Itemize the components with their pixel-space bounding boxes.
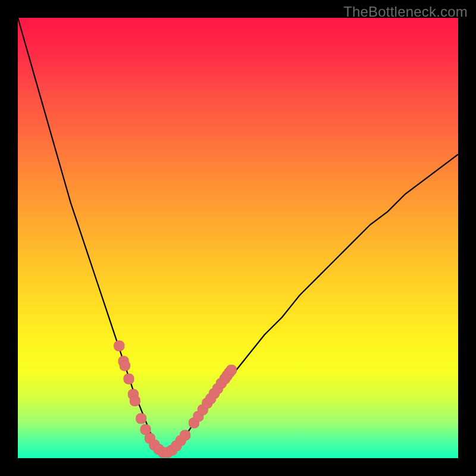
watermark-text: TheBottleneck.com: [343, 4, 468, 20]
curve-marker: [130, 396, 140, 406]
chart-svg: [18, 18, 458, 458]
curve-marker: [180, 430, 190, 440]
curve-marker: [114, 341, 124, 351]
plot-area: [18, 18, 458, 458]
curve-marker: [124, 374, 134, 384]
curve-marker: [136, 414, 146, 424]
curve-marker: [120, 361, 130, 371]
bottleneck-curve: [18, 18, 458, 454]
chart-frame: TheBottleneck.com: [0, 0, 476, 476]
marker-group: [114, 341, 237, 458]
curve-marker: [226, 365, 236, 375]
